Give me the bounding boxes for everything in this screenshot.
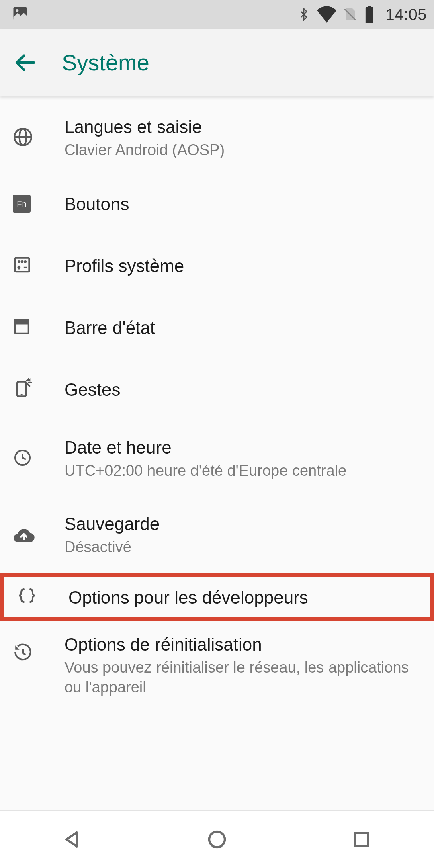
svg-rect-17 (15, 320, 29, 324)
item-title: Barre d'état (64, 317, 409, 339)
nav-recent-button[interactable] (321, 811, 402, 868)
screenshot-notify-icon (11, 5, 29, 24)
clock-text: 14:05 (385, 6, 427, 24)
svg-point-12 (25, 261, 26, 262)
clock-icon (13, 448, 32, 469)
bluetooth-icon (297, 6, 311, 23)
statusbar-icon (13, 318, 31, 337)
item-subtitle: Désactivé (64, 537, 409, 557)
item-title: Boutons (64, 193, 409, 215)
item-title: Options pour les développeurs (68, 586, 405, 608)
item-status-bar[interactable]: Barre d'état (0, 297, 434, 358)
nav-home-button[interactable] (177, 811, 257, 868)
item-title: Langues et saisie (64, 116, 409, 138)
item-title: Sauvegarde (64, 513, 409, 535)
page-title: Système (62, 49, 149, 76)
item-developer-options[interactable]: Options pour les développeurs (0, 573, 434, 621)
svg-point-10 (18, 261, 20, 262)
svg-marker-21 (66, 832, 77, 846)
svg-rect-23 (355, 833, 368, 846)
svg-rect-4 (366, 7, 373, 23)
code-braces-icon (17, 588, 37, 606)
item-title: Gestes (64, 379, 409, 401)
restore-icon (13, 642, 33, 664)
gestures-icon (13, 378, 34, 401)
item-backup[interactable]: Sauvegarde Désactivé (0, 497, 434, 573)
nav-back-button[interactable] (32, 811, 113, 868)
svg-point-19 (21, 394, 23, 395)
app-bar: Système (0, 29, 434, 96)
settings-list: Langues et saisie Clavier Android (AOSP)… (0, 96, 434, 810)
no-sim-icon (343, 6, 357, 23)
back-button[interactable] (13, 45, 49, 81)
globe-icon (13, 127, 33, 149)
item-subtitle: Vous pouvez réinitialiser le réseau, les… (64, 658, 409, 698)
battery-icon (364, 6, 375, 23)
item-gestures[interactable]: Gestes (0, 358, 434, 420)
cloud-upload-icon (13, 526, 35, 544)
item-subtitle: UTC+02:00 heure d'été d'Europe centrale (64, 461, 409, 481)
item-subtitle: Clavier Android (AOSP) (64, 140, 409, 160)
status-bar: 14:05 (0, 0, 434, 29)
item-reset-options[interactable]: Options de réinitialisation Vous pouvez … (0, 621, 434, 706)
svg-point-22 (209, 831, 225, 847)
svg-point-11 (21, 261, 23, 262)
svg-rect-3 (368, 6, 371, 7)
item-buttons[interactable]: Fn Boutons (0, 173, 434, 235)
wifi-icon (317, 6, 336, 23)
item-title: Options de réinitialisation (64, 633, 409, 655)
item-system-profiles[interactable]: Profils système (0, 235, 434, 297)
item-title: Profils système (64, 255, 409, 277)
item-title: Date et heure (64, 436, 409, 459)
item-date-time[interactable]: Date et heure UTC+02:00 heure d'été d'Eu… (0, 420, 434, 497)
navigation-bar (0, 810, 434, 868)
svg-rect-9 (15, 258, 29, 272)
profiles-icon (13, 256, 31, 276)
item-languages-input[interactable]: Langues et saisie Clavier Android (AOSP) (0, 96, 434, 173)
svg-point-1 (16, 9, 18, 12)
fn-key-icon: Fn (13, 195, 31, 213)
